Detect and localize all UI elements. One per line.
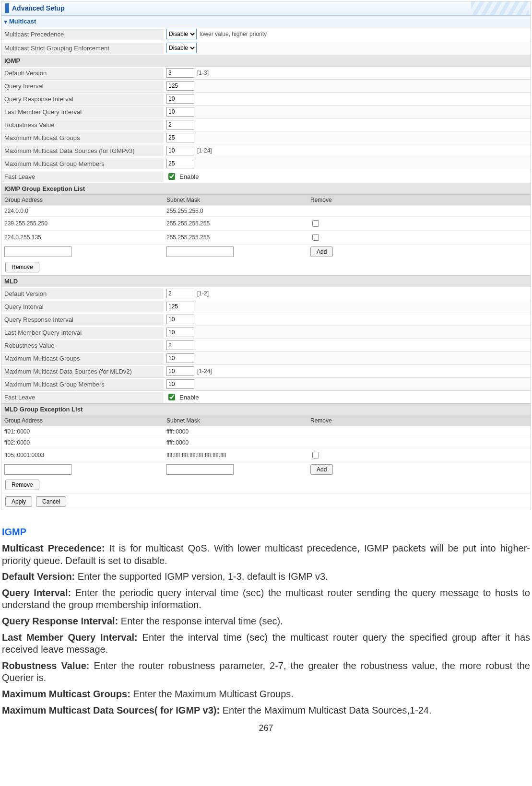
checkbox-label: Enable	[179, 394, 199, 401]
multicast-select[interactable]: Disable	[166, 43, 197, 53]
page-title: Advanced Setup	[12, 4, 65, 12]
cell-remove	[307, 437, 531, 448]
cell-mask: 255.255.255.255	[164, 231, 307, 245]
config-row: Multicast Strict Grouping EnforcementDis…	[1, 41, 531, 55]
config-label: Query Response Interval	[1, 314, 164, 325]
mld-input[interactable]	[166, 289, 194, 298]
mld-new-mask-input[interactable]	[166, 464, 234, 475]
mld-input[interactable]	[166, 302, 194, 311]
config-row: Default Version[1-2]	[1, 287, 531, 300]
config-label: Maximum Multicast Data Sources (for MLDv…	[1, 366, 164, 377]
table-row: ff01::0000ffff::0000	[1, 426, 531, 437]
doc-paragraph: Multicast Precedence: It is for multicas…	[2, 542, 530, 567]
doc-term: Multicast Precedence:	[2, 543, 105, 553]
doc-paragraph: Query Response Interval: Enter the respo…	[2, 615, 530, 628]
config-label: Last Member Query Interval	[1, 106, 164, 117]
config-label: Maximum Multicast Group Members	[1, 379, 164, 390]
cell-remove	[307, 448, 531, 462]
config-value: Enable	[164, 391, 531, 403]
hint-text: [1-24]	[197, 147, 212, 154]
igmp-remove-button[interactable]: Remove	[5, 262, 39, 272]
igmp-subheader: IGMP	[1, 55, 531, 66]
mld-remove-checkbox[interactable]	[312, 452, 319, 458]
col-group-address: Group Address	[1, 415, 164, 426]
config-row: Robustness Value	[1, 118, 531, 131]
igmp-input[interactable]	[166, 81, 194, 91]
doc-term: Maximum Multicast Groups:	[2, 689, 130, 699]
apply-button[interactable]: Apply	[5, 496, 32, 507]
igmp-new-address-input[interactable]	[4, 246, 71, 257]
config-value: [1-2]	[164, 287, 531, 300]
multicast-select[interactable]: Disable	[166, 29, 197, 39]
mld-input[interactable]	[166, 353, 194, 363]
mld-new-address-input[interactable]	[4, 464, 71, 475]
config-label: Multicast Strict Grouping Enforcement	[1, 43, 164, 54]
config-row: Query Interval	[1, 79, 531, 92]
config-value: [1-24]	[164, 365, 531, 377]
config-row: Query Response Interval	[1, 92, 531, 105]
config-row: Maximum Multicast Groups	[1, 131, 531, 144]
doc-term: Maximum Multicast Data Sources( for IGMP…	[2, 705, 220, 716]
config-value	[164, 339, 531, 352]
cell-mask: ffff::0000	[164, 437, 307, 448]
igmp-input[interactable]	[166, 120, 194, 129]
config-label: Last Member Query Interval	[1, 327, 164, 338]
page-number: 267	[2, 723, 530, 733]
config-label: Query Interval	[1, 81, 164, 92]
mld-remove-button[interactable]: Remove	[5, 480, 39, 490]
igmp-input[interactable]	[166, 94, 194, 104]
igmp-fastleave-checkbox[interactable]	[168, 173, 175, 180]
mld-exception-table: Group Address Subnet Mask Remove ff01::0…	[1, 415, 531, 477]
doc-term: Robustness Value:	[2, 660, 89, 671]
config-row: Maximum Multicast Data Sources (for MLDv…	[1, 364, 531, 377]
mld-input[interactable]	[166, 328, 194, 337]
igmp-new-mask-input[interactable]	[166, 246, 234, 257]
igmp-remove-checkbox[interactable]	[312, 220, 319, 227]
mld-subheader: MLD	[1, 275, 531, 287]
config-label: Multicast Precedence	[1, 29, 164, 40]
config-value	[164, 352, 531, 364]
cell-remove	[307, 206, 531, 217]
mld-add-button[interactable]: Add	[310, 464, 333, 475]
config-label: Query Interval	[1, 301, 164, 312]
config-label: Maximum Multicast Data Sources (for IGMP…	[1, 145, 164, 156]
mld-input[interactable]	[166, 366, 194, 376]
config-row: Last Member Query Interval	[1, 326, 531, 339]
config-value	[164, 80, 531, 92]
igmp-input[interactable]	[166, 159, 194, 168]
igmp-input[interactable]	[166, 133, 194, 142]
doc-term: Default Version:	[2, 571, 75, 582]
cell-address: 239.255.255.250	[1, 217, 164, 231]
config-label: Maximum Multicast Group Members	[1, 158, 164, 169]
cancel-button[interactable]: Cancel	[36, 496, 66, 507]
config-value	[164, 313, 531, 326]
config-value: [1-3]	[164, 67, 531, 79]
cell-mask: 255.255.255.0	[164, 206, 307, 217]
igmp-input[interactable]	[166, 146, 194, 155]
config-label: Maximum Multicast Groups	[1, 353, 164, 364]
config-value	[164, 157, 531, 170]
igmp-remove-checkbox[interactable]	[312, 234, 319, 241]
igmp-add-button[interactable]: Add	[310, 246, 333, 257]
doc-section: IGMP Multicast Precedence: It is for mul…	[0, 511, 532, 733]
config-label: Fast Leave	[1, 392, 164, 403]
config-row: Maximum Multicast Groups	[1, 352, 531, 364]
igmp-input[interactable]	[166, 68, 194, 78]
config-value: [1-24]	[164, 144, 531, 157]
config-value: Disablelower value, higher priority	[164, 27, 531, 41]
chevron-down-icon	[4, 18, 9, 25]
config-label: Fast Leave	[1, 171, 164, 182]
config-value	[164, 326, 531, 339]
mld-input[interactable]	[166, 340, 194, 350]
config-row: Robustness Value	[1, 339, 531, 352]
config-label: Query Response Interval	[1, 94, 164, 105]
mld-fastleave-checkbox[interactable]	[168, 394, 175, 400]
mld-input[interactable]	[166, 315, 194, 324]
config-row: Query Interval	[1, 300, 531, 313]
config-value	[164, 300, 531, 313]
hint-text: [1-2]	[197, 290, 209, 297]
table-row: 239.255.255.250255.255.255.255	[1, 217, 531, 231]
config-value	[164, 118, 531, 131]
igmp-input[interactable]	[166, 107, 194, 117]
mld-input[interactable]	[166, 379, 194, 389]
